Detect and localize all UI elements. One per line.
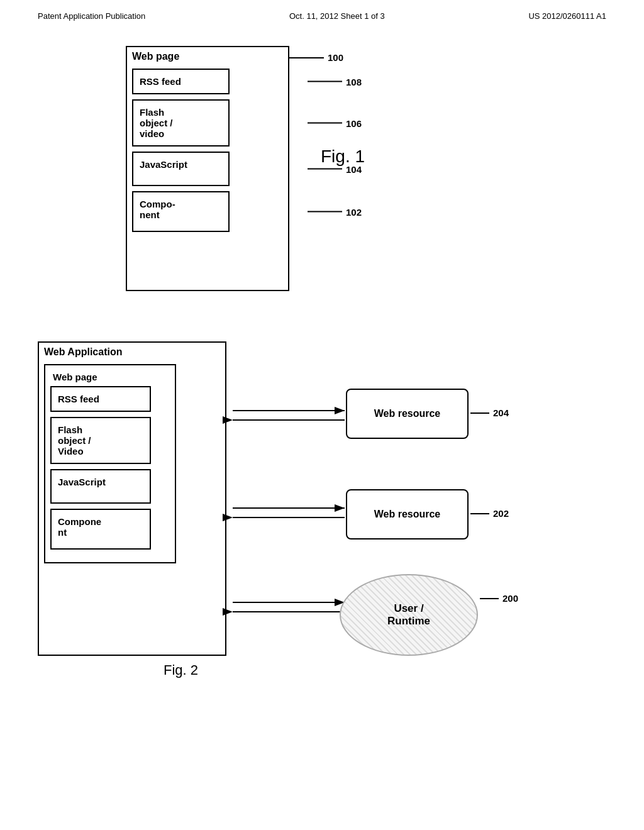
fig1-label-106: 106: [308, 118, 362, 128]
figure-2: Web Application Web page RSS feed Flasho…: [38, 341, 606, 675]
fig2-webpage-title: Web page: [50, 370, 170, 386]
fig2-user-runtime-ellipse: User /Runtime: [340, 574, 478, 656]
header-right: US 2012/0260111 A1: [528, 11, 606, 21]
fig1-label-108: 108: [308, 76, 362, 87]
fig2-webpage-inner: Web page RSS feed Flashobject /Video Jav…: [44, 364, 176, 563]
fig2-web-app-outer: Web Application Web page RSS feed Flasho…: [38, 341, 226, 656]
fig1-caption: Fig. 1: [321, 147, 365, 167]
fig2-js-box: JavaScript: [50, 469, 151, 504]
fig2-label-202: 202: [470, 508, 509, 519]
fig2-web-resource-202: Web resource: [346, 489, 469, 540]
fig1-label-100: 100: [289, 52, 343, 63]
header-middle: Oct. 11, 2012 Sheet 1 of 3: [289, 11, 385, 21]
fig1-flash-label: Flashobject /video: [140, 107, 173, 139]
fig2-webapp-title: Web Application: [39, 343, 225, 360]
fig1-js-box: JavaScript: [132, 152, 230, 186]
fig1-component-label: Compo-nent: [140, 199, 175, 220]
fig1-rss-box: RSS feed: [132, 69, 230, 94]
fig2-component-box: Component: [50, 509, 151, 550]
fig2-flash-box: Flashobject /Video: [50, 417, 151, 464]
page-header: Patent Application Publication Oct. 11, …: [0, 0, 644, 27]
fig1-flash-box: Flashobject /video: [132, 99, 230, 147]
fig1-webpage-title: Web page: [127, 47, 288, 65]
header-left: Patent Application Publication: [38, 11, 145, 21]
fig2-caption: Fig. 2: [164, 662, 198, 678]
fig1-label-102: 102: [308, 206, 362, 217]
fig2-label-200: 200: [480, 593, 518, 604]
figure-1: Web page RSS feed 108 Flashobject /video: [38, 46, 606, 304]
fig1-js-label: JavaScript: [140, 159, 187, 170]
fig2-web-resource-204: Web resource: [346, 389, 469, 439]
fig2-label-204: 204: [470, 407, 509, 418]
fig2-rss-box: RSS feed: [50, 386, 151, 412]
fig1-component-box: Compo-nent: [132, 191, 230, 232]
fig1-rss-label: RSS feed: [140, 76, 181, 87]
